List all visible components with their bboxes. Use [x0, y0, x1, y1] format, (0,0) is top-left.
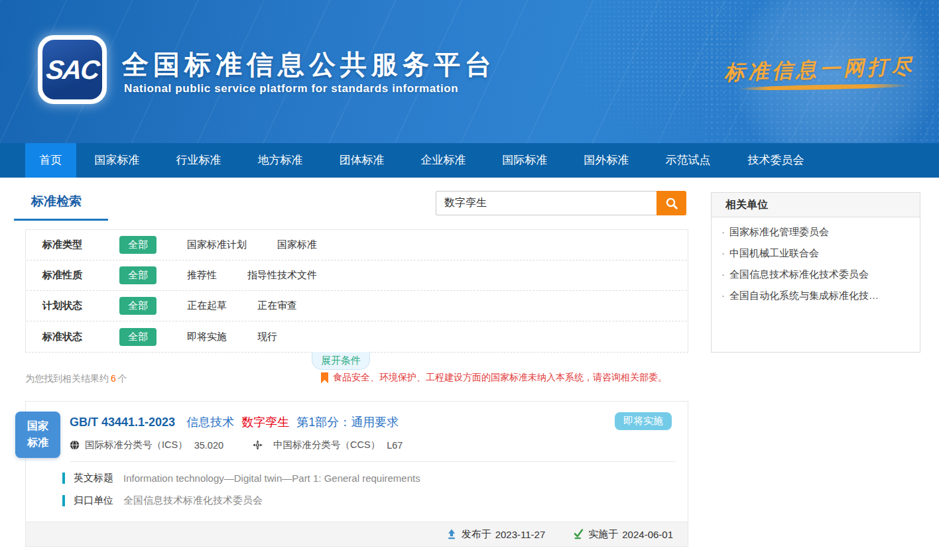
filter-all-badge[interactable]: 全部: [119, 297, 156, 315]
card-divider: [70, 461, 676, 462]
ics-label: 国际标准分类号（ICS）: [85, 439, 188, 451]
nav-item-national-standards[interactable]: 国家标准: [76, 143, 158, 178]
search-input[interactable]: [436, 191, 657, 215]
site-title: 全国标准信息公共服务平台: [122, 46, 496, 83]
system-notice: 食品安全、环境保护、工程建设方面的国家标准未纳入本系统，请咨询相关部委。: [321, 372, 667, 384]
filter-all-badge[interactable]: 全部: [119, 328, 156, 346]
related-unit-label: 中国机械工业联合会: [729, 247, 819, 258]
nav-item-foreign-standards[interactable]: 国外标准: [566, 143, 647, 178]
search-icon: [665, 197, 678, 210]
standard-title-link[interactable]: GB/T 43441.1-2023 信息技术 数字孪生 第1部分：通用要求: [26, 402, 688, 430]
result-count-number: 6: [111, 373, 116, 384]
implement-date-group: 实施于 2024-06-01: [573, 528, 673, 541]
english-title-label: 英文标题: [74, 472, 113, 484]
detail-bar-decoration: [62, 495, 65, 506]
standard-type-badge: 国家 标准: [15, 412, 60, 458]
filter-row-plan-status: 计划状态 全部 正在起草 正在审查: [27, 291, 687, 321]
filter-row-standard-status: 标准状态 全部 即将实施 现行: [27, 321, 687, 352]
bullet: ·: [721, 247, 725, 258]
related-units-title: 相关单位: [712, 193, 920, 217]
header-banner: SAC 全国标准信息公共服务平台 National public service…: [0, 0, 939, 143]
card-footer: 发布于 2023-11-27 实施于 2024-06-01: [26, 522, 688, 546]
filter-option[interactable]: 国家标准计划: [187, 239, 247, 251]
result-count-suffix: 个: [118, 373, 127, 384]
bullet: ·: [721, 268, 725, 280]
english-title-row: 英文标题 Information technology—Digital twin…: [62, 472, 688, 484]
related-unit-link[interactable]: ·国家标准化管理委员会: [712, 217, 920, 239]
sac-logo-text: SAC: [44, 55, 99, 85]
standard-title-highlight: 数字孪生: [241, 416, 289, 429]
page: SAC 全国标准信息公共服务平台 National public service…: [0, 0, 939, 560]
site-subtitle: National public service platform for sta…: [124, 82, 458, 95]
filter-option[interactable]: 指导性技术文件: [247, 269, 317, 282]
result-count-prefix: 为您找到相关结果约: [25, 373, 109, 384]
sac-logo[interactable]: SAC: [38, 35, 107, 104]
search-button[interactable]: [657, 191, 686, 215]
related-unit-label: 全国自动化系统与集成标准化技…: [729, 290, 879, 301]
nav-item-industry-standards[interactable]: 行业标准: [158, 143, 239, 178]
result-count: 为您找到相关结果约6个: [25, 373, 127, 385]
implement-icon: [573, 529, 588, 539]
classification-row: 国际标准分类号（ICS） 35.020 中国标准分类号（CCS） L67: [26, 439, 688, 451]
sac-logo-inner: SAC: [42, 40, 102, 99]
competent-unit-label: 归口单位: [74, 494, 113, 507]
notice-text: 食品安全、环境保护、工程建设方面的国家标准未纳入本系统，请咨询相关部委。: [333, 372, 667, 384]
detail-bar-decoration: [62, 473, 65, 484]
status-badge-upcoming: 即将实施: [615, 412, 672, 430]
nav-item-home[interactable]: 首页: [25, 143, 76, 178]
main-nav: 首页 国家标准 行业标准 地方标准 团体标准 企业标准 国际标准 国外标准 示范…: [0, 143, 939, 178]
globe-icon: [70, 440, 85, 450]
related-unit-link[interactable]: ·中国机械工业联合会: [712, 239, 920, 260]
filter-label: 标准类型: [42, 239, 98, 251]
competent-unit-value: 全国信息技术标准化技术委员会: [123, 494, 263, 507]
filter-option[interactable]: 即将实施: [187, 331, 227, 343]
ics-value: 35.020: [194, 440, 223, 451]
nav-item-enterprise-standards[interactable]: 企业标准: [403, 143, 484, 178]
ccs-group: 中国标准分类号（CCS） L67: [253, 439, 403, 451]
publish-label: 发布于: [462, 528, 491, 541]
filter-option[interactable]: 正在起草: [187, 300, 227, 312]
related-units-panel: 相关单位 ·国家标准化管理委员会 ·中国机械工业联合会 ·全国信息技术标准化技术…: [711, 192, 920, 353]
publish-date-group: 发布于 2023-11-27: [446, 528, 546, 541]
bullet: ·: [721, 290, 725, 301]
standard-result-card: 国家 标准 即将实施 GB/T 43441.1-2023 信息技术 数字孪生 第…: [25, 401, 688, 547]
compass-icon: [253, 440, 268, 450]
bullet: ·: [721, 226, 725, 237]
ccs-label: 中国标准分类号（CCS）: [273, 439, 380, 451]
ccs-value: L67: [387, 440, 403, 451]
nav-item-local-standards[interactable]: 地方标准: [239, 143, 321, 178]
filter-label: 计划状态: [42, 300, 98, 312]
filter-row-standard-nature: 标准性质 全部 推荐性 指导性技术文件: [27, 260, 687, 291]
standard-type-badge-line1: 国家: [27, 418, 48, 435]
related-unit-link[interactable]: ·全国自动化系统与集成标准化技…: [712, 281, 920, 302]
related-unit-label: 全国信息技术标准化技术委员会: [729, 268, 869, 280]
expand-conditions-button[interactable]: 展开条件: [312, 352, 370, 370]
filter-all-badge[interactable]: 全部: [119, 266, 156, 284]
filter-panel: 标准类型 全部 国家标准计划 国家标准 标准性质 全部 推荐性 指导性技术文件 …: [25, 229, 688, 353]
implement-label: 实施于: [588, 528, 618, 541]
filter-option[interactable]: 现行: [257, 331, 277, 343]
nav-item-pilot[interactable]: 示范试点: [647, 143, 729, 178]
standard-title-part1: 信息技术: [186, 416, 234, 429]
nav-item-technical-committee[interactable]: 技术委员会: [729, 143, 823, 178]
filter-label: 标准性质: [42, 269, 98, 282]
related-unit-label: 国家标准化管理委员会: [729, 226, 829, 237]
related-unit-link[interactable]: ·全国信息技术标准化技术委员会: [712, 260, 920, 281]
standard-code: GB/T 43441.1-2023: [70, 416, 175, 429]
filter-option[interactable]: 国家标准: [277, 239, 317, 251]
filter-option[interactable]: 正在审查: [257, 300, 297, 312]
nav-item-group-standards[interactable]: 团体标准: [321, 143, 403, 178]
title-underline-decoration: [14, 219, 108, 221]
filter-row-standard-type: 标准类型 全部 国家标准计划 国家标准: [27, 230, 687, 260]
filter-label: 标准状态: [42, 331, 98, 343]
standard-title-part2: 第1部分：通用要求: [296, 416, 399, 429]
page-title-standard-search: 标准检索: [31, 193, 82, 210]
filter-all-badge[interactable]: 全部: [119, 236, 156, 254]
implement-date: 2024-06-01: [622, 529, 673, 540]
standard-type-badge-line2: 标准: [27, 435, 48, 451]
publish-icon: [446, 529, 462, 539]
filter-option[interactable]: 推荐性: [187, 269, 217, 282]
nav-item-international-standards[interactable]: 国际标准: [484, 143, 566, 178]
bookmark-icon: [321, 372, 328, 384]
publish-date: 2023-11-27: [495, 529, 546, 540]
